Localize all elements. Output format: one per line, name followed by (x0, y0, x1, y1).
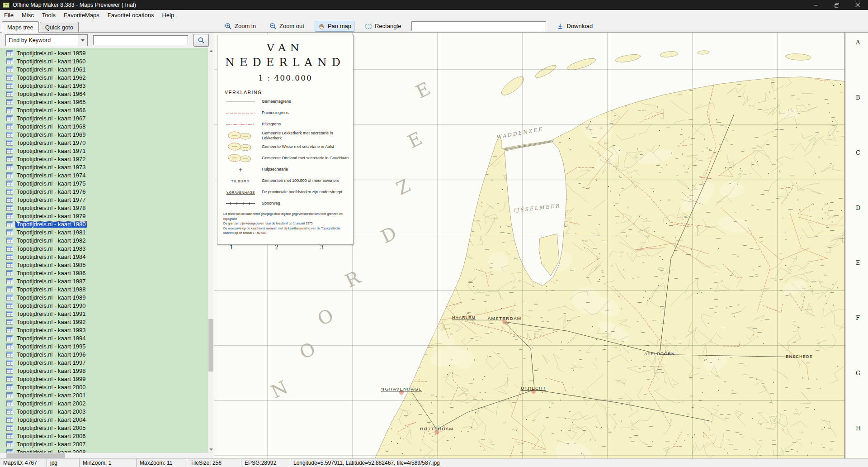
tree-item-1996[interactable]: Topotijdreis.nl - kaart 1996 (0, 350, 214, 358)
tree-item-1990[interactable]: Topotijdreis.nl - kaart 1990 (0, 301, 214, 310)
legend-footnote: De grenzen zijn weergegeven naar de toes… (223, 221, 349, 226)
map-file-icon (6, 181, 13, 186)
legend-row-label: De provinciale hoofdsteden zijn onderstr… (262, 190, 342, 194)
menu-tools[interactable]: Tools (38, 11, 60, 19)
minimize-button[interactable] (806, 0, 826, 10)
rectangle-button[interactable]: Rectangle (362, 21, 405, 32)
legend-row-3: Rijksgrens (223, 119, 349, 130)
tree-item-1986[interactable]: Topotijdreis.nl - kaart 1986 (0, 269, 214, 277)
tree-item-1975[interactable]: Topotijdreis.nl - kaart 1975 (0, 179, 214, 187)
tree-item-1983[interactable]: Topotijdreis.nl - kaart 1983 (0, 244, 214, 253)
map-file-icon (6, 303, 13, 309)
tree-item-1963[interactable]: Topotijdreis.nl - kaart 1963 (0, 81, 214, 90)
download-button[interactable]: Download (553, 21, 596, 32)
tree-item-1980[interactable]: Topotijdreis.nl - kaart 1980 (0, 220, 214, 228)
tree-item-1972[interactable]: Topotijdreis.nl - kaart 1972 (0, 155, 214, 163)
tree-item-label: Topotijdreis.nl - kaart 1963 (15, 82, 87, 89)
tree-item-1982[interactable]: Topotijdreis.nl - kaart 1982 (0, 236, 214, 244)
zoom-in-button[interactable]: Zoom in (222, 21, 259, 32)
tree-item-1978[interactable]: Topotijdreis.nl - kaart 1978 (0, 204, 214, 212)
horizontal-scroll-thumb[interactable] (6, 453, 65, 458)
tree-item-2000[interactable]: Topotijdreis.nl - kaart 2000 (0, 383, 214, 391)
horizontal-scrollbar[interactable] (0, 453, 214, 458)
tree-item-2008[interactable]: Topotijdreis.nl - kaart 2008 (0, 448, 214, 453)
tree-item-1968[interactable]: Topotijdreis.nl - kaart 1968 (0, 122, 214, 130)
find-mode-value: Find by Keyword (6, 37, 78, 43)
tree-item-2001[interactable]: Topotijdreis.nl - kaart 2001 (0, 391, 214, 399)
tree-item-1995[interactable]: Topotijdreis.nl - kaart 1995 (0, 342, 214, 350)
menu-help[interactable]: Help (158, 11, 178, 19)
close-button[interactable] (847, 0, 868, 10)
legend-row-5: Gemeente Wisse met secretarie in Aalst (223, 141, 349, 152)
tree-item-1965[interactable]: Topotijdreis.nl - kaart 1965 (0, 98, 214, 106)
tree-item-1991[interactable]: Topotijdreis.nl - kaart 1991 (0, 310, 214, 318)
find-mode-dropdown[interactable]: Find by Keyword (5, 34, 88, 46)
tree-item-2007[interactable]: Topotijdreis.nl - kaart 2007 (0, 440, 214, 448)
tree-item-1970[interactable]: Topotijdreis.nl - kaart 1970 (0, 138, 214, 147)
tree-item-1974[interactable]: Topotijdreis.nl - kaart 1974 (0, 171, 214, 179)
pan-map-button[interactable]: Pan map (315, 21, 354, 32)
vertical-scroll-thumb[interactable] (208, 319, 213, 372)
tab-quick-goto[interactable]: Quick goto (40, 22, 79, 32)
keyword-search-input[interactable] (93, 35, 188, 45)
chevron-down-icon[interactable] (78, 35, 87, 46)
scroll-down-icon[interactable] (208, 447, 214, 453)
menu-favoritelocations[interactable]: FavoriteLocations (104, 11, 158, 19)
map-file-icon (6, 262, 13, 268)
menu-favoritemaps[interactable]: FavoriteMaps (60, 11, 104, 19)
status-segment-2: jpg (47, 459, 80, 467)
vertical-scrollbar[interactable] (208, 48, 214, 453)
tree-item-1984[interactable]: Topotijdreis.nl - kaart 1984 (0, 253, 214, 261)
pan-hand-icon (318, 23, 325, 30)
tree-item-2006[interactable]: Topotijdreis.nl - kaart 2006 (0, 432, 214, 440)
restore-button[interactable] (826, 0, 847, 10)
tree-item-1976[interactable]: Topotijdreis.nl - kaart 1976 (0, 187, 214, 195)
tree-item-1999[interactable]: Topotijdreis.nl - kaart 1999 (0, 375, 214, 383)
tree-item-label: Topotijdreis.nl - kaart 1983 (15, 245, 87, 252)
tree-item-1998[interactable]: Topotijdreis.nl - kaart 1998 (0, 367, 214, 375)
tree-item-1987[interactable]: Topotijdreis.nl - kaart 1987 (0, 277, 214, 285)
tree-item-2003[interactable]: Topotijdreis.nl - kaart 2003 (0, 407, 214, 415)
tree-item-1977[interactable]: Topotijdreis.nl - kaart 1977 (0, 195, 214, 204)
tree-item-1981[interactable]: Topotijdreis.nl - kaart 1981 (0, 228, 214, 236)
city-label-'sgravenhage: 'sGRAVENHAGE (381, 386, 422, 391)
tree-item-1989[interactable]: Topotijdreis.nl - kaart 1989 (0, 293, 214, 301)
map-file-icon (6, 164, 13, 170)
toolbar-input[interactable] (411, 21, 546, 31)
tree-item-1962[interactable]: Topotijdreis.nl - kaart 1962 (0, 73, 214, 81)
rectangle-label: Rectangle (375, 23, 401, 29)
tree-item-1964[interactable]: Topotijdreis.nl - kaart 1964 (0, 90, 214, 98)
tree-item-1973[interactable]: Topotijdreis.nl - kaart 1973 (0, 163, 214, 171)
map-file-icon (6, 197, 13, 203)
tree-item-1997[interactable]: Topotijdreis.nl - kaart 1997 (0, 358, 214, 367)
titlebar: Offline Map Maker 8.383 - Maps Previewer… (0, 0, 868, 10)
tree-item-1959[interactable]: Topotijdreis.nl - kaart 1959 (0, 49, 214, 57)
menu-file[interactable]: File (0, 11, 18, 19)
tree-item-1966[interactable]: Topotijdreis.nl - kaart 1966 (0, 106, 214, 114)
tab-maps-tree[interactable]: Maps tree (2, 21, 39, 33)
search-button[interactable] (193, 34, 209, 47)
tree-item-1961[interactable]: Topotijdreis.nl - kaart 1961 (0, 65, 214, 73)
legend-row-9: 'sGRAVENHAGEDe provinciale hoofdsteden z… (223, 186, 349, 198)
tree-item-1988[interactable]: Topotijdreis.nl - kaart 1988 (0, 285, 214, 293)
tree-item-2005[interactable]: Topotijdreis.nl - kaart 2005 (0, 424, 214, 432)
tree-item-1967[interactable]: Topotijdreis.nl - kaart 1967 (0, 114, 214, 122)
tree-item-1979[interactable]: Topotijdreis.nl - kaart 1979 (0, 212, 214, 220)
scroll-up-icon[interactable] (208, 48, 214, 54)
menu-misc[interactable]: Misc (18, 11, 38, 19)
tree-item-label: Topotijdreis.nl - kaart 1972 (15, 156, 87, 162)
zoom-out-button[interactable]: Zoom out (266, 21, 307, 32)
tree-item-1993[interactable]: Topotijdreis.nl - kaart 1993 (0, 326, 214, 334)
tree-item-1992[interactable]: Topotijdreis.nl - kaart 1992 (0, 318, 214, 326)
download-icon (557, 23, 564, 30)
tree-item-2004[interactable]: Topotijdreis.nl - kaart 2004 (0, 415, 214, 424)
tree-item-label: Topotijdreis.nl - kaart 1973 (15, 164, 87, 171)
tree-item-1994[interactable]: Topotijdreis.nl - kaart 1994 (0, 334, 214, 342)
tree-item-1985[interactable]: Topotijdreis.nl - kaart 1985 (0, 261, 214, 269)
tree-item-1969[interactable]: Topotijdreis.nl - kaart 1969 (0, 130, 214, 138)
tree-item-1971[interactable]: Topotijdreis.nl - kaart 1971 (0, 147, 214, 155)
tree-item-1960[interactable]: Topotijdreis.nl - kaart 1960 (0, 57, 214, 65)
legend-swatch-text-example-underline: 'sGRAVENHAGE (223, 190, 258, 195)
tree-item-2002[interactable]: Topotijdreis.nl - kaart 2002 (0, 399, 214, 407)
tree-item-label: Topotijdreis.nl - kaart 2003 (15, 408, 87, 415)
